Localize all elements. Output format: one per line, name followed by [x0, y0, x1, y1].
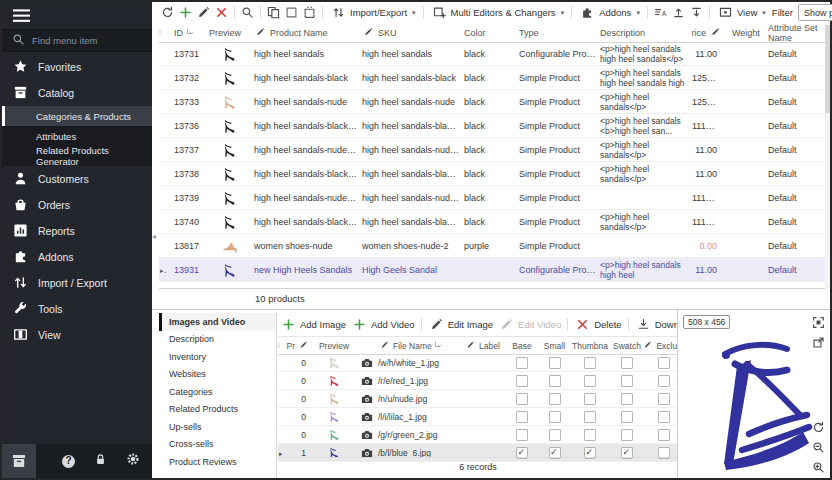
- image-row[interactable]: 0/n/u/nude.jpg: [278, 390, 678, 408]
- paste-icon[interactable]: [301, 5, 318, 21]
- product-row-13739[interactable]: 13739high heel sandals-nude-37high heel …: [159, 186, 825, 210]
- select-icon[interactable]: [283, 5, 300, 21]
- exclude-checkbox[interactable]: [658, 375, 670, 387]
- column-header[interactable]: ⁞: [159, 29, 167, 36]
- column-header[interactable]: Type: [519, 28, 600, 38]
- column-header[interactable]: File Name: [378, 338, 464, 353]
- expand-all-icon[interactable]: [670, 5, 687, 21]
- filter-select[interactable]: Show products from selected categories: [798, 4, 832, 21]
- settings-gear-icon[interactable]: [126, 452, 140, 470]
- tab-inventory[interactable]: Inventory: [159, 348, 276, 366]
- zoom-out-icon[interactable]: [811, 440, 826, 455]
- base-checkbox[interactable]: [516, 357, 528, 369]
- swatch-checkbox[interactable]: [621, 393, 633, 405]
- tab-related-products[interactable]: Related Products: [159, 401, 276, 419]
- view-button[interactable]: View: [714, 4, 769, 22]
- edit-video-button[interactable]: Edit Video: [496, 316, 563, 334]
- column-header[interactable]: Label: [464, 338, 506, 353]
- exclude-checkbox[interactable]: [658, 411, 670, 423]
- sidebar-item-orders[interactable]: Orders: [2, 192, 152, 218]
- column-header[interactable]: Pr: [286, 338, 312, 353]
- tab-categories[interactable]: Categories: [159, 383, 276, 401]
- product-row-13740[interactable]: 13740high heel sandals-black-38high heel…: [159, 210, 825, 234]
- swatch-checkbox[interactable]: [621, 429, 633, 441]
- exclude-checkbox[interactable]: [658, 429, 670, 441]
- add-image-button[interactable]: Add Image: [278, 316, 348, 334]
- delete-product-icon[interactable]: [213, 5, 230, 21]
- menu-search-input[interactable]: Find menu item: [2, 29, 152, 52]
- store-manager-icon[interactable]: [2, 444, 36, 478]
- image-row[interactable]: 0/w/h/white_1.jpg: [278, 354, 678, 372]
- sidebar-item-favorites[interactable]: Favorites: [2, 54, 152, 80]
- rotate-icon[interactable]: [811, 420, 826, 435]
- product-row-13732[interactable]: 13732high heel sandals-blackhigh heel sa…: [159, 66, 825, 90]
- thumbnail-checkbox[interactable]: [584, 429, 596, 441]
- lock-icon[interactable]: [94, 452, 107, 470]
- import-export-button[interactable]: Import/Export: [327, 4, 419, 22]
- zoom-in-icon[interactable]: [811, 460, 826, 475]
- thumbnail-checkbox[interactable]: [584, 411, 596, 423]
- fullscreen-icon[interactable]: [811, 315, 826, 330]
- refresh-icon[interactable]: [159, 5, 176, 21]
- product-row-13731[interactable]: 13731high heel sandalshigh heel sandalsb…: [159, 42, 825, 66]
- column-header[interactable]: ID: [167, 28, 209, 38]
- base-checkbox[interactable]: [516, 429, 528, 441]
- add-video-button[interactable]: Add Video: [349, 316, 417, 334]
- column-header[interactable]: ⁞: [278, 342, 286, 349]
- image-row[interactable]: 0/l/i/lilac_1.jpg: [278, 408, 678, 426]
- edit-product-icon[interactable]: [195, 5, 212, 21]
- small-checkbox[interactable]: [549, 393, 561, 405]
- swatch-checkbox[interactable]: [621, 357, 633, 369]
- column-header[interactable]: Base: [506, 341, 538, 351]
- download-image-button[interactable]: Download Image: [633, 316, 678, 334]
- sidebar-subitem-categories-products[interactable]: Categories & Products: [2, 106, 152, 126]
- addons-button[interactable]: Addons: [576, 4, 643, 22]
- exclude-checkbox[interactable]: [658, 357, 670, 369]
- product-row-13736[interactable]: 13736high heel sandals-black-36high heel…: [159, 114, 825, 138]
- tab-up-sells[interactable]: Up-sells: [159, 418, 276, 436]
- sidebar-item-addons[interactable]: Addons: [2, 244, 152, 270]
- column-header[interactable]: Thumbna: [571, 341, 609, 351]
- product-row-13733[interactable]: 13733high heel sandals-nudehigh heel san…: [159, 90, 825, 114]
- delete-image-button[interactable]: Delete: [572, 316, 623, 334]
- sidebar-item-view[interactable]: View: [2, 322, 152, 348]
- base-checkbox[interactable]: [516, 411, 528, 423]
- product-row-13737[interactable]: 13737high heel sandals-nude-36high heel …: [159, 138, 825, 162]
- base-checkbox[interactable]: [516, 375, 528, 387]
- swatch-checkbox[interactable]: [621, 375, 633, 387]
- grid-scrollbar[interactable]: [825, 23, 830, 288]
- thumbnail-checkbox[interactable]: [584, 375, 596, 387]
- column-header[interactable]: Weight: [732, 28, 768, 38]
- collapse-all-icon[interactable]: [688, 5, 705, 21]
- tab-product-reviews[interactable]: Product Reviews: [159, 453, 276, 471]
- column-header[interactable]: Description: [600, 28, 692, 38]
- copy-icon[interactable]: [265, 5, 282, 21]
- open-external-icon[interactable]: [811, 335, 826, 350]
- help-icon[interactable]: ?: [62, 455, 75, 468]
- column-header[interactable]: Small: [538, 341, 571, 351]
- thumbnail-checkbox[interactable]: [584, 393, 596, 405]
- exclude-checkbox[interactable]: [658, 393, 670, 405]
- sidebar-item-customers[interactable]: Customers: [2, 166, 152, 192]
- column-header[interactable]: Attribute Set Name: [768, 23, 829, 43]
- small-checkbox[interactable]: [549, 357, 561, 369]
- column-header[interactable]: Preview: [209, 28, 254, 38]
- small-checkbox[interactable]: [549, 375, 561, 387]
- multi-editors-button[interactable]: Multi Editors & Changers: [428, 4, 568, 22]
- column-header[interactable]: Preview: [312, 341, 356, 351]
- sidebar-item-catalog[interactable]: Catalog: [2, 80, 152, 106]
- sidebar-item-import-export[interactable]: Import / Export: [2, 270, 152, 296]
- sidebar-item-reports[interactable]: Reports: [2, 218, 152, 244]
- base-checkbox[interactable]: [516, 393, 528, 405]
- tab-cross-sells[interactable]: Cross-sells: [159, 436, 276, 454]
- tab-images-and-video[interactable]: Images and Video: [159, 313, 276, 331]
- sidebar-subitem-related-products-generator[interactable]: Related Products Generator: [2, 146, 152, 166]
- column-header[interactable]: Product Name: [254, 25, 362, 40]
- add-product-icon[interactable]: [177, 5, 194, 21]
- small-checkbox[interactable]: [549, 411, 561, 423]
- menu-hamburger-icon[interactable]: [13, 8, 30, 24]
- sort-az-icon[interactable]: A: [652, 5, 669, 21]
- column-header[interactable]: Color: [464, 28, 519, 38]
- edit-image-button[interactable]: Edit Image: [426, 316, 495, 334]
- column-header[interactable]: Price: [692, 25, 732, 40]
